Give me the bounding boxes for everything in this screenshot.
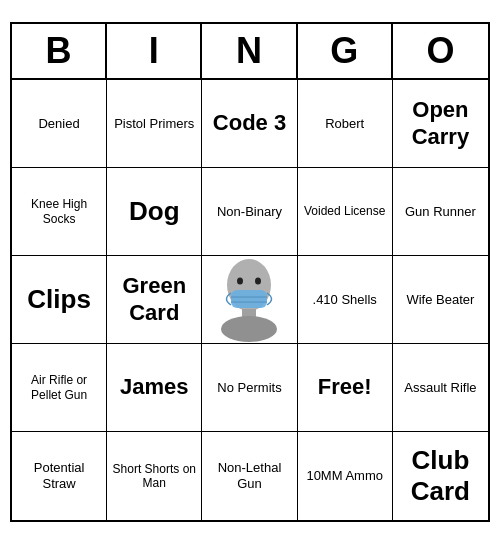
bingo-card: B I N G O Denied Pistol Primers Code 3 R… xyxy=(10,22,490,522)
cell-22: Non-Lethal Gun xyxy=(202,432,297,520)
cell-18-free: Free! xyxy=(298,344,393,432)
header-i: I xyxy=(107,24,202,78)
cell-13: .410 Shells xyxy=(298,256,393,344)
header-g: G xyxy=(298,24,393,78)
header-o: O xyxy=(393,24,488,78)
mannequin-icon xyxy=(212,257,287,342)
cell-15: Air Rifle or Pellet Gun xyxy=(12,344,107,432)
bingo-grid: Denied Pistol Primers Code 3 Robert Open… xyxy=(12,80,488,520)
svg-point-2 xyxy=(221,316,277,342)
cell-3: Robert xyxy=(298,80,393,168)
cell-23: 10MM Ammo xyxy=(298,432,393,520)
svg-point-3 xyxy=(237,278,243,285)
header-n: N xyxy=(202,24,297,78)
cell-7: Non-Binary xyxy=(202,168,297,256)
cell-24: Club Card xyxy=(393,432,488,520)
cell-16: James xyxy=(107,344,202,432)
svg-rect-5 xyxy=(231,290,267,308)
svg-point-4 xyxy=(255,278,261,285)
cell-17: No Permits xyxy=(202,344,297,432)
cell-9: Gun Runner xyxy=(393,168,488,256)
header-b: B xyxy=(12,24,107,78)
cell-21: Short Shorts on Man xyxy=(107,432,202,520)
cell-20: Potential Straw xyxy=(12,432,107,520)
bingo-header: B I N G O xyxy=(12,24,488,80)
cell-10: Clips xyxy=(12,256,107,344)
cell-4: Open Carry xyxy=(393,80,488,168)
cell-12-image xyxy=(202,256,297,344)
cell-5: Knee High Socks xyxy=(12,168,107,256)
cell-11: Green Card xyxy=(107,256,202,344)
cell-8: Voided License xyxy=(298,168,393,256)
cell-1: Pistol Primers xyxy=(107,80,202,168)
cell-2: Code 3 xyxy=(202,80,297,168)
cell-6: Dog xyxy=(107,168,202,256)
cell-0: Denied xyxy=(12,80,107,168)
cell-19: Assault Rifle xyxy=(393,344,488,432)
cell-14: Wife Beater xyxy=(393,256,488,344)
